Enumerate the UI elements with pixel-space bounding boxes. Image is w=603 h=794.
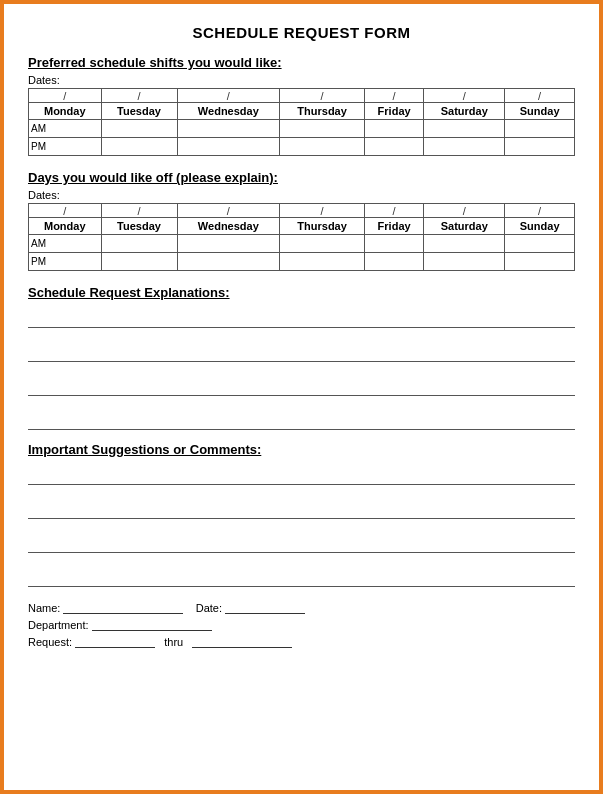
section1-am-row: AM [29, 120, 575, 138]
pm-cell [505, 253, 575, 271]
explanation-line-4[interactable] [28, 408, 575, 430]
comment-line-2[interactable] [28, 497, 575, 519]
page-title: SCHEDULE REQUEST FORM [28, 24, 575, 41]
pm-cell [505, 138, 575, 156]
pm-cell [101, 253, 177, 271]
day-saturday: Saturday [424, 103, 505, 120]
form-page: SCHEDULE REQUEST FORM Preferred schedule… [0, 0, 603, 794]
footer-name-date: Name: Date: [28, 601, 575, 614]
section2-pm-row: PM [29, 253, 575, 271]
footer-request: Request: thru [28, 635, 575, 648]
am-cell [365, 120, 424, 138]
comment-line-3[interactable] [28, 531, 575, 553]
request-to-field[interactable] [192, 635, 292, 648]
section2-table: / / / / / / / Monday Tuesday Wednesday T… [28, 203, 575, 271]
am-cell [505, 235, 575, 253]
am-cell [101, 235, 177, 253]
section1-table: / / / / / / / Monday Tuesday Wednesday T… [28, 88, 575, 156]
day-tuesday: Tuesday [101, 218, 177, 235]
day-wednesday: Wednesday [177, 218, 280, 235]
section2-am-row: AM [29, 235, 575, 253]
slash-cell: / [101, 204, 177, 218]
pm-cell [177, 138, 280, 156]
section3-label: Schedule Request Explanations: [28, 285, 575, 300]
day-monday: Monday [29, 103, 102, 120]
am-label-cell: AM [29, 120, 102, 138]
slash-cell: / [424, 204, 505, 218]
slash-cell: / [505, 204, 575, 218]
slash-cell: / [177, 204, 280, 218]
day-monday: Monday [29, 218, 102, 235]
section1-label: Preferred schedule shifts you would like… [28, 55, 575, 70]
pm-cell [424, 253, 505, 271]
section3-lines [28, 306, 575, 430]
request-from-field[interactable] [75, 635, 155, 648]
pm-cell [177, 253, 280, 271]
section2-label: Days you would like off (please explain)… [28, 170, 575, 185]
footer: Name: Date: Department: Request: thru [28, 601, 575, 648]
comment-line-1[interactable] [28, 463, 575, 485]
am-cell [424, 120, 505, 138]
am-cell [424, 235, 505, 253]
pm-cell [280, 138, 365, 156]
pm-label-cell: PM [29, 138, 102, 156]
day-wednesday: Wednesday [177, 103, 280, 120]
section1-pm-row: PM [29, 138, 575, 156]
am-cell [365, 235, 424, 253]
am-cell [280, 235, 365, 253]
slash-cell: / [365, 89, 424, 103]
section1-header-row: Monday Tuesday Wednesday Thursday Friday… [29, 103, 575, 120]
pm-cell [424, 138, 505, 156]
am-cell [177, 120, 280, 138]
section3: Schedule Request Explanations: [28, 285, 575, 430]
department-label: Department: [28, 619, 89, 631]
slash-cell: / [29, 204, 102, 218]
section2: Days you would like off (please explain)… [28, 170, 575, 271]
section1-slash-row: / / / / / / / [29, 89, 575, 103]
request-label: Request: [28, 636, 72, 648]
footer-department: Department: [28, 618, 575, 631]
thru-label: thru [164, 636, 183, 648]
day-saturday: Saturday [424, 218, 505, 235]
slash-cell: / [280, 204, 365, 218]
comment-line-4[interactable] [28, 565, 575, 587]
section4: Important Suggestions or Comments: [28, 442, 575, 587]
pm-label-cell: PM [29, 253, 102, 271]
day-tuesday: Tuesday [101, 103, 177, 120]
pm-cell [365, 253, 424, 271]
slash-cell: / [365, 204, 424, 218]
date-field[interactable] [225, 601, 305, 614]
name-label: Name: [28, 602, 60, 614]
day-sunday: Sunday [505, 218, 575, 235]
slash-cell: / [29, 89, 102, 103]
section1-dates-label: Dates: [28, 74, 60, 86]
pm-cell [365, 138, 424, 156]
am-cell [280, 120, 365, 138]
date-label: Date: [196, 602, 222, 614]
am-cell [101, 120, 177, 138]
department-field[interactable] [92, 618, 212, 631]
explanation-line-2[interactable] [28, 340, 575, 362]
am-label-cell: AM [29, 235, 102, 253]
day-thursday: Thursday [280, 218, 365, 235]
pm-cell [280, 253, 365, 271]
section1: Preferred schedule shifts you would like… [28, 55, 575, 156]
name-field[interactable] [63, 601, 183, 614]
section2-slash-row: / / / / / / / [29, 204, 575, 218]
section2-header-row: Monday Tuesday Wednesday Thursday Friday… [29, 218, 575, 235]
slash-cell: / [101, 89, 177, 103]
am-cell [505, 120, 575, 138]
day-thursday: Thursday [280, 103, 365, 120]
explanation-line-1[interactable] [28, 306, 575, 328]
slash-cell: / [177, 89, 280, 103]
slash-cell: / [280, 89, 365, 103]
section2-dates-row: Dates: [28, 189, 575, 201]
section4-label: Important Suggestions or Comments: [28, 442, 575, 457]
day-sunday: Sunday [505, 103, 575, 120]
pm-cell [101, 138, 177, 156]
am-cell [177, 235, 280, 253]
explanation-line-3[interactable] [28, 374, 575, 396]
section2-dates-label: Dates: [28, 189, 60, 201]
slash-cell: / [505, 89, 575, 103]
day-friday: Friday [365, 103, 424, 120]
